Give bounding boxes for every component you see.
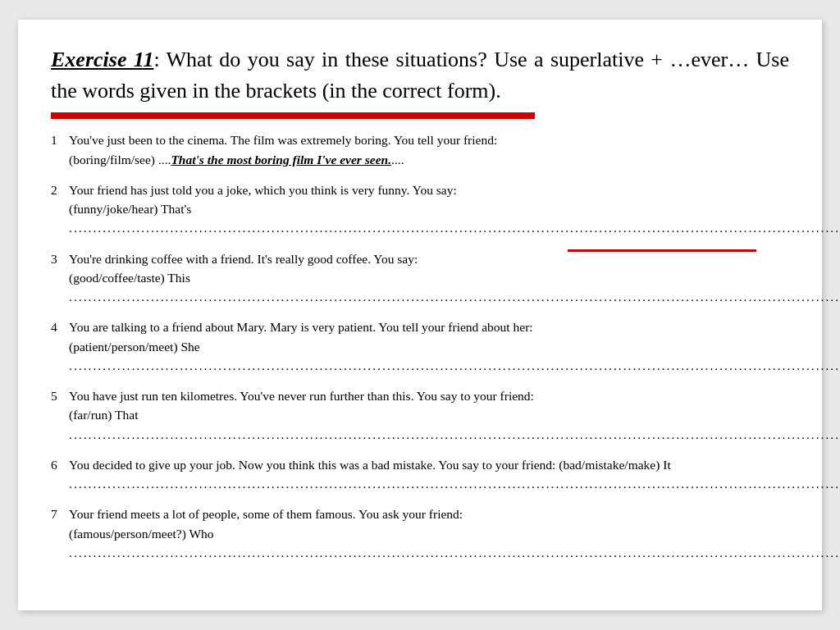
item-content: You have just run ten kilometres. You've… [69,386,840,444]
slide: Exercise 11: What do you say in these si… [18,20,822,610]
list-item: 7 Your friend meets a lot of people, som… [51,504,789,562]
list-item: 3 You're drinking coffee with a friend. … [51,249,789,307]
item-number: 4 [51,317,69,375]
title-text: Exercise 11: What do you say in these si… [51,44,789,106]
item-content: You've just been to the cinema. The film… [69,130,789,169]
item-number: 5 [51,386,69,444]
item-answer-line: (boring/film/see) ....That's the most bo… [69,150,789,169]
filled-answer: That's the most boring film I've ever se… [171,153,391,167]
red-bar-left [51,112,535,119]
item-sentence: You are talking to a friend about Mary. … [69,317,840,336]
item-answer-line: (good/coffee/taste) This ...............… [69,268,840,307]
item-answer-line: (funny/joke/hear) That's ...............… [69,199,840,238]
title-block: Exercise 11: What do you say in these si… [51,44,789,106]
dots: ........................................… [69,427,840,441]
dots: ........................................… [69,290,840,304]
item-content: You decided to give up your job. Now you… [69,455,840,494]
dots: ........................................… [69,358,840,372]
list-item: 5 You have just run ten kilometres. You'… [51,386,789,444]
dots: ........................................… [69,221,840,235]
item-content: Your friend meets a lot of people, some … [69,504,840,562]
exercises-list: 1 You've just been to the cinema. The fi… [51,130,789,562]
item-number: 7 [51,504,69,562]
item-answer-line: (famous/person/meet?) Who ..............… [69,524,840,563]
list-item: 4 You are talking to a friend about Mary… [51,317,789,375]
item-sentence: Your friend has just told you a joke, wh… [69,180,840,199]
item-sentence: You have just run ten kilometres. You've… [69,386,840,405]
item-number: 6 [51,455,69,494]
item-number: 3 [51,249,69,307]
list-item: 6 You decided to give up your job. Now y… [51,455,789,494]
red-bar-right [568,249,756,252]
item-sentence: You decided to give up your job. Now you… [69,455,840,474]
item-answer-line: ........................................… [69,474,840,493]
item-content: You're drinking coffee with a friend. It… [69,249,840,307]
item-content: Your friend has just told you a joke, wh… [69,180,840,238]
dots: ........................................… [69,546,840,559]
item-answer-line: (patient/person/meet) She ..............… [69,337,840,376]
item-number: 2 [51,180,69,238]
colon: : [153,48,166,71]
exercise-label: Exercise 11 [51,48,153,71]
list-item: 1 You've just been to the cinema. The fi… [51,130,789,169]
item-sentence: Your friend meets a lot of people, some … [69,504,840,523]
item-answer-line: (far/run) That .........................… [69,405,840,444]
item-sentence: You've just been to the cinema. The film… [69,130,789,149]
dots: ........................................… [69,477,840,491]
list-item: 2 Your friend has just told you a joke, … [51,180,789,238]
item-content: You are talking to a friend about Mary. … [69,317,840,375]
item-number: 1 [51,130,69,169]
